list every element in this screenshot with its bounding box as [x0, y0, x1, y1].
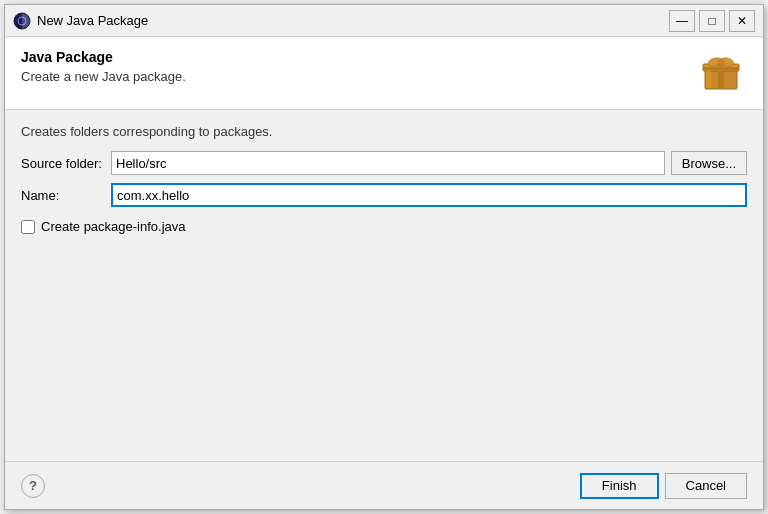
- source-folder-input[interactable]: [111, 151, 665, 175]
- svg-rect-4: [718, 69, 724, 89]
- svg-rect-6: [703, 67, 739, 70]
- gift-icon: [699, 49, 747, 97]
- source-folder-label: Source folder:: [21, 156, 111, 171]
- name-input[interactable]: [111, 183, 747, 207]
- maximize-button[interactable]: □: [699, 10, 725, 32]
- package-info-label[interactable]: Create package-info.java: [41, 219, 186, 234]
- body-section: Creates folders corresponding to package…: [5, 110, 763, 461]
- checkbox-row: Create package-info.java: [21, 219, 747, 234]
- header-section: Java Package Create a new Java package.: [5, 37, 763, 110]
- title-bar-controls: — □ ✕: [669, 10, 755, 32]
- source-folder-row: Source folder: Browse...: [21, 151, 747, 175]
- title-bar-text: New Java Package: [37, 13, 669, 28]
- header-subtitle: Create a new Java package.: [21, 69, 186, 84]
- footer-buttons: Finish Cancel: [580, 473, 747, 499]
- svg-point-9: [718, 60, 724, 66]
- dialog-window: New Java Package — □ ✕ Java Package Crea…: [4, 4, 764, 510]
- cancel-button[interactable]: Cancel: [665, 473, 747, 499]
- footer-section: ? Finish Cancel: [5, 461, 763, 509]
- header-title: Java Package: [21, 49, 186, 65]
- app-icon: [13, 12, 31, 30]
- name-row: Name:: [21, 183, 747, 207]
- title-bar: New Java Package — □ ✕: [5, 5, 763, 37]
- close-button[interactable]: ✕: [729, 10, 755, 32]
- name-label: Name:: [21, 188, 111, 203]
- help-button[interactable]: ?: [21, 474, 45, 498]
- description-text: Creates folders corresponding to package…: [21, 124, 747, 139]
- svg-rect-10: [706, 70, 711, 88]
- finish-button[interactable]: Finish: [580, 473, 659, 499]
- package-info-checkbox[interactable]: [21, 220, 35, 234]
- header-text: Java Package Create a new Java package.: [21, 49, 186, 84]
- browse-button[interactable]: Browse...: [671, 151, 747, 175]
- minimize-button[interactable]: —: [669, 10, 695, 32]
